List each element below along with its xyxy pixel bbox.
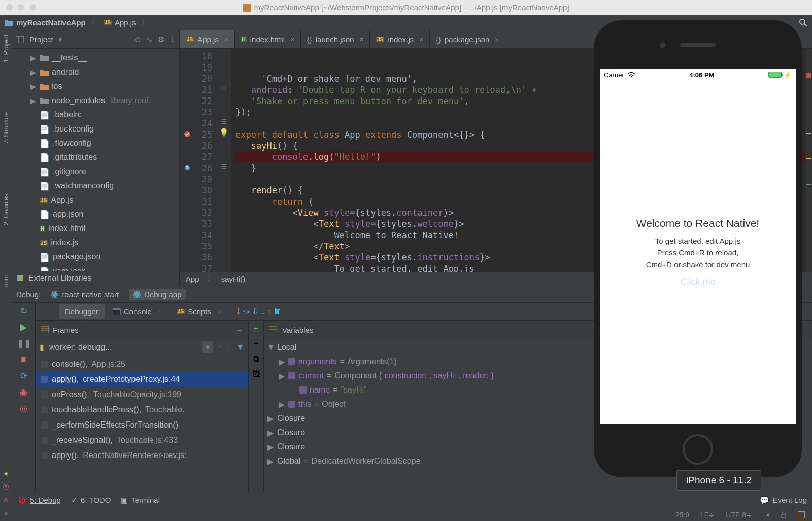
- block-icon[interactable]: ⊘: [2, 496, 10, 504]
- copy-icon[interactable]: ⧉: [253, 354, 259, 364]
- stack-frame[interactable]: console(), App.js:25: [36, 356, 248, 372]
- mute-breakpoints-icon[interactable]: ◎: [19, 403, 29, 413]
- chevron-down-icon[interactable]: ▾: [58, 35, 62, 44]
- close-tab-icon[interactable]: ×: [360, 36, 364, 43]
- pause-icon[interactable]: ❚❚: [19, 338, 29, 348]
- home-button[interactable]: [683, 434, 713, 465]
- close-window-icon[interactable]: [6, 4, 13, 11]
- tree-item[interactable]: 📄.gitignore: [15, 165, 179, 179]
- gutter-line-numbers[interactable]: 1819202122232425262728293031323334353637: [180, 49, 216, 272]
- tab-terminal[interactable]: ▣ Terminal: [121, 496, 160, 505]
- tree-item[interactable]: ▶node_moduleslibrary root: [15, 93, 179, 108]
- gutter-icons[interactable]: ⊟⊟💡⊟: [216, 49, 231, 272]
- breadcrumb-file[interactable]: App.js: [115, 18, 136, 27]
- tree-item[interactable]: 📄yarn.lock: [15, 264, 179, 271]
- tree-item[interactable]: 📄.flowconfig: [15, 136, 179, 150]
- simulator-device-label[interactable]: iPhone 6 - 11.2: [676, 470, 761, 491]
- view-breakpoints-icon[interactable]: ◉: [19, 387, 29, 397]
- tree-item[interactable]: 📄package.json: [15, 250, 179, 264]
- chevron-down-icon[interactable]: ▾: [202, 341, 213, 353]
- image-icon[interactable]: 🖼: [252, 370, 260, 379]
- warning-tick-icon[interactable]: [806, 133, 811, 134]
- stack-frame[interactable]: _receiveSignal(), Touchable.js:433: [36, 433, 248, 448]
- simulator-screen[interactable]: Carrier 4:06 PM ⚡ Welcome to React Nativ…: [600, 69, 796, 424]
- search-icon[interactable]: [795, 15, 812, 30]
- editor-tab[interactable]: JSindex.js×: [370, 30, 430, 48]
- breadcrumb-root[interactable]: myReactNativeApp: [16, 18, 86, 27]
- resume-icon[interactable]: ▶: [19, 322, 29, 332]
- warning-tick-icon[interactable]: [806, 158, 811, 159]
- next-frame-icon[interactable]: ↓: [227, 343, 231, 352]
- stop-icon[interactable]: ■: [19, 354, 29, 365]
- tab-console[interactable]: Console→: [107, 304, 168, 319]
- tree-item[interactable]: 📄.babelrc: [15, 108, 179, 122]
- step-over-icon[interactable]: ⤼: [243, 306, 250, 317]
- gear-icon[interactable]: ⚙: [158, 35, 164, 44]
- crumb-class[interactable]: App: [186, 275, 199, 283]
- tree-item[interactable]: ▶__tests__: [15, 51, 179, 65]
- tab-structure[interactable]: 7: Structure: [2, 110, 11, 146]
- tree-item[interactable]: 📄app.json: [15, 207, 179, 221]
- restart-icon[interactable]: ⟳: [19, 371, 29, 381]
- close-tab-icon[interactable]: ×: [224, 36, 228, 43]
- encoding[interactable]: UTF-8≑: [726, 511, 752, 519]
- tab-debug[interactable]: 🐞 5: Debug: [17, 496, 61, 505]
- close-tab-icon[interactable]: ×: [290, 36, 294, 43]
- tab-event-log[interactable]: 💬 Event Log: [760, 496, 807, 505]
- tab-npm[interactable]: npm: [2, 273, 11, 289]
- zoom-window-icon[interactable]: [29, 4, 36, 11]
- collapse-icon[interactable]: »: [2, 509, 10, 517]
- stack-frame[interactable]: _performSideEffectsForTransition(): [36, 417, 248, 433]
- pin-icon[interactable]: →: [235, 325, 243, 334]
- close-tab-icon[interactable]: ×: [495, 36, 499, 43]
- tree-item[interactable]: ▶android: [15, 65, 179, 79]
- run-config-react-native[interactable]: react-native start: [47, 289, 123, 300]
- tree-item[interactable]: 📄.watchmanconfig: [15, 179, 179, 193]
- tree-item[interactable]: Hindex.html: [15, 221, 179, 236]
- prev-frame-icon[interactable]: ↑: [218, 343, 222, 352]
- stack-frame[interactable]: touchableHandlePress(), Touchable.: [36, 402, 248, 417]
- target-icon[interactable]: ⊙: [134, 35, 141, 44]
- step-into-my-icon[interactable]: ↓: [261, 307, 265, 317]
- breadcrumb[interactable]: myReactNativeApp: [5, 18, 86, 27]
- star-icon[interactable]: ★: [2, 469, 10, 477]
- thread-selector[interactable]: ▮ worker: debugg... ▾ ↑ ↓ ▼: [36, 338, 248, 356]
- stack-frame[interactable]: apply(), createPrototypeProxy.js:44: [36, 372, 248, 387]
- hector-icon[interactable]: [798, 511, 805, 518]
- crumb-method[interactable]: sayHi(): [221, 275, 246, 283]
- new-expr-icon[interactable]: ≡: [254, 339, 258, 348]
- click-me-button[interactable]: Click me: [680, 277, 715, 287]
- editor-tab[interactable]: Hindex.html×: [235, 30, 301, 48]
- tree-item[interactable]: 📄.gitattributes: [15, 150, 179, 165]
- run-config-debug-app[interactable]: Debug app: [129, 289, 185, 300]
- filter-icon[interactable]: ▼: [236, 343, 244, 352]
- close-tab-icon[interactable]: ×: [419, 36, 423, 43]
- editor-tab[interactable]: JSApp.js×: [180, 30, 235, 48]
- editor-tab[interactable]: {}package.json×: [430, 30, 505, 48]
- error-marker-icon[interactable]: [806, 73, 811, 78]
- traffic-lights[interactable]: [0, 4, 36, 11]
- project-view-icon[interactable]: [15, 35, 24, 44]
- circle-icon[interactable]: ⦿: [2, 482, 10, 491]
- tab-todo[interactable]: ✓ 6: TODO: [71, 496, 111, 505]
- tree-item[interactable]: JSindex.js: [15, 236, 179, 250]
- collapse-all-icon[interactable]: ⤡: [146, 35, 153, 44]
- indent-indicator[interactable]: ⇥: [763, 511, 769, 519]
- tab-scripts[interactable]: JS Scripts→: [171, 304, 228, 319]
- show-execution-icon[interactable]: ⤵: [236, 307, 241, 317]
- line-ending[interactable]: LF≑: [700, 511, 715, 519]
- ok-tick-icon[interactable]: [806, 184, 811, 185]
- tab-project[interactable]: 1: Project: [1, 32, 11, 64]
- editor-tab[interactable]: {}launch.json×: [301, 30, 370, 48]
- rerun-icon[interactable]: ↻: [19, 306, 29, 316]
- tree-item[interactable]: 📄.buckconfig: [15, 122, 179, 136]
- evaluate-icon[interactable]: 🖩: [274, 307, 282, 317]
- minimize-window-icon[interactable]: [18, 4, 24, 11]
- project-tree[interactable]: ▶__tests__▶android▶ios▶node_moduleslibra…: [12, 49, 179, 271]
- step-out-icon[interactable]: ↑: [267, 307, 272, 317]
- stack-frame[interactable]: onPress(), TouchableOpacity.js:199: [36, 387, 248, 402]
- tab-debugger[interactable]: Debugger: [59, 304, 105, 319]
- step-into-icon[interactable]: ⇩: [252, 306, 259, 317]
- lock-icon[interactable]: [781, 511, 787, 518]
- tree-item[interactable]: ▶ios: [15, 79, 179, 93]
